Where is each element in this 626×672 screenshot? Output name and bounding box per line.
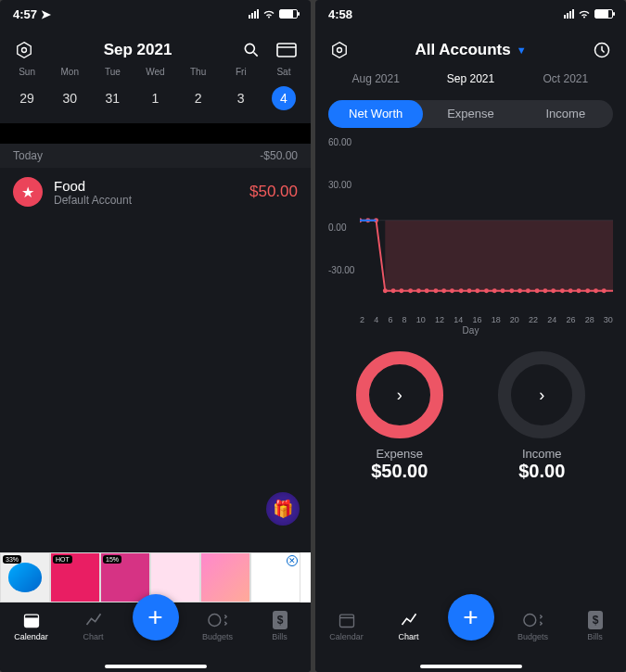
tab-budgets[interactable]: Budgets bbox=[507, 610, 559, 641]
status-right bbox=[564, 9, 613, 19]
svg-point-17 bbox=[399, 288, 403, 293]
budgets-icon bbox=[208, 610, 228, 630]
tab-bills[interactable]: $ Bills bbox=[254, 610, 306, 641]
expense-ring: › bbox=[353, 349, 446, 441]
gift-icon[interactable]: 🎁 bbox=[266, 492, 300, 526]
account-selector[interactable]: All Accounts ▼ bbox=[415, 41, 526, 59]
month-selector[interactable]: Aug 2021 Sep 2021 Oct 2021 bbox=[315, 67, 626, 96]
home-indicator[interactable] bbox=[420, 665, 522, 668]
add-button[interactable]: + bbox=[133, 594, 179, 640]
svg-text:$: $ bbox=[592, 614, 598, 627]
svg-point-28 bbox=[492, 288, 497, 293]
y-tick: 60.00 bbox=[328, 137, 351, 147]
svg-text:$: $ bbox=[276, 614, 283, 627]
svg-point-32 bbox=[526, 288, 530, 293]
battery-icon bbox=[279, 9, 298, 19]
settings-icon[interactable] bbox=[328, 39, 351, 61]
chevron-right-icon: › bbox=[397, 386, 402, 405]
y-tick: 30.00 bbox=[328, 180, 351, 190]
svg-point-46 bbox=[523, 615, 535, 627]
card-icon[interactable] bbox=[275, 39, 298, 61]
home-indicator[interactable] bbox=[105, 665, 207, 668]
tab-calendar[interactable]: Calendar bbox=[321, 610, 373, 641]
search-icon[interactable] bbox=[240, 39, 262, 61]
ad-item[interactable]: ✕ bbox=[250, 552, 300, 602]
chart-icon bbox=[399, 610, 419, 630]
tab-chart[interactable]: Chart bbox=[383, 610, 435, 641]
svg-point-0 bbox=[22, 48, 27, 53]
date-cell[interactable]: 29 bbox=[6, 82, 48, 114]
chevron-right-icon: › bbox=[539, 386, 544, 405]
svg-point-37 bbox=[569, 288, 573, 293]
chart-screen: 4:58 All Accounts ▼ Aug 2021 Sep 2021 Oc… bbox=[315, 0, 626, 672]
date-cell[interactable]: 30 bbox=[48, 82, 91, 114]
tab-chart[interactable]: Chart bbox=[68, 610, 120, 641]
signal-icon bbox=[564, 9, 574, 19]
svg-point-38 bbox=[577, 288, 581, 293]
svg-point-34 bbox=[543, 288, 547, 293]
svg-point-35 bbox=[551, 288, 556, 293]
month-prev[interactable]: Aug 2021 bbox=[328, 72, 423, 85]
net-worth-chart[interactable]: 60.00 30.00 0.00 -30.00 bbox=[328, 137, 613, 332]
svg-point-39 bbox=[585, 288, 590, 293]
segment-expense[interactable]: Expense bbox=[423, 100, 517, 128]
month-current[interactable]: Sep 2021 bbox=[423, 72, 517, 85]
month-title[interactable]: Sep 2021 bbox=[104, 41, 172, 59]
date-cell[interactable]: 31 bbox=[91, 82, 134, 114]
segment-networth[interactable]: Net Worth bbox=[328, 100, 423, 128]
tab-budgets[interactable]: Budgets bbox=[192, 610, 244, 641]
settings-icon[interactable] bbox=[13, 39, 35, 61]
transaction-row[interactable]: ★ Food Default Account $50.00 bbox=[0, 168, 311, 216]
segment-income[interactable]: Income bbox=[518, 100, 613, 128]
x-axis-label: Day bbox=[328, 325, 613, 336]
summary-rings: › Expense $50.00 › Income $0.00 bbox=[315, 332, 626, 482]
ad-item[interactable]: 33% bbox=[0, 552, 50, 602]
expense-block[interactable]: › Expense $50.00 bbox=[353, 349, 446, 482]
status-left: 4:57 ➤ bbox=[13, 7, 51, 21]
date-row: 29 30 31 1 2 3 4 bbox=[0, 77, 311, 123]
bills-icon: $ bbox=[585, 610, 606, 630]
ad-close-icon[interactable]: ✕ bbox=[287, 555, 298, 566]
svg-point-6 bbox=[208, 615, 220, 627]
month-next[interactable]: Oct 2021 bbox=[518, 72, 613, 85]
weekday: Wed bbox=[134, 67, 176, 77]
date-cell[interactable]: 2 bbox=[177, 82, 220, 114]
chart-icon bbox=[83, 610, 104, 630]
ad-item[interactable] bbox=[200, 552, 250, 602]
date-cell-selected[interactable]: 4 bbox=[262, 82, 305, 114]
weekday: Fri bbox=[220, 67, 262, 77]
ring-value: $50.00 bbox=[353, 461, 446, 482]
svg-point-16 bbox=[391, 288, 396, 293]
tab-calendar[interactable]: Calendar bbox=[6, 610, 57, 641]
battery-icon bbox=[594, 9, 613, 19]
ad-item[interactable]: HOT bbox=[50, 552, 100, 602]
date-cell[interactable]: 3 bbox=[220, 82, 262, 114]
time: 4:58 bbox=[328, 7, 352, 21]
y-tick: -30.00 bbox=[328, 265, 354, 275]
svg-point-15 bbox=[383, 288, 388, 293]
bills-icon: $ bbox=[270, 610, 290, 630]
svg-point-21 bbox=[433, 288, 438, 293]
date-cell[interactable]: 1 bbox=[134, 82, 176, 114]
svg-point-31 bbox=[517, 288, 522, 293]
section-label: Today bbox=[13, 149, 43, 162]
transaction-amount: $50.00 bbox=[249, 183, 298, 201]
weekday: Mon bbox=[48, 67, 91, 77]
chevron-down-icon: ▼ bbox=[517, 44, 527, 56]
clock-icon[interactable] bbox=[591, 39, 613, 61]
svg-point-20 bbox=[425, 288, 429, 293]
income-block[interactable]: › Income $0.00 bbox=[495, 349, 588, 482]
wifi-icon bbox=[578, 9, 591, 19]
weekday: Tue bbox=[91, 67, 134, 77]
tab-bills[interactable]: $ Bills bbox=[569, 610, 621, 641]
budgets-icon bbox=[523, 610, 543, 630]
transaction-sub: Default Account bbox=[54, 194, 238, 207]
weekday-row: Sun Mon Tue Wed Thu Fri Sat bbox=[0, 67, 311, 77]
header: Sep 2021 bbox=[0, 28, 311, 67]
transaction-name: Food bbox=[54, 178, 238, 194]
chart-svg bbox=[360, 137, 613, 304]
income-ring: › bbox=[495, 349, 588, 441]
add-button[interactable]: + bbox=[448, 594, 494, 640]
svg-rect-45 bbox=[339, 615, 353, 627]
ad-item[interactable]: 15% bbox=[100, 552, 150, 602]
